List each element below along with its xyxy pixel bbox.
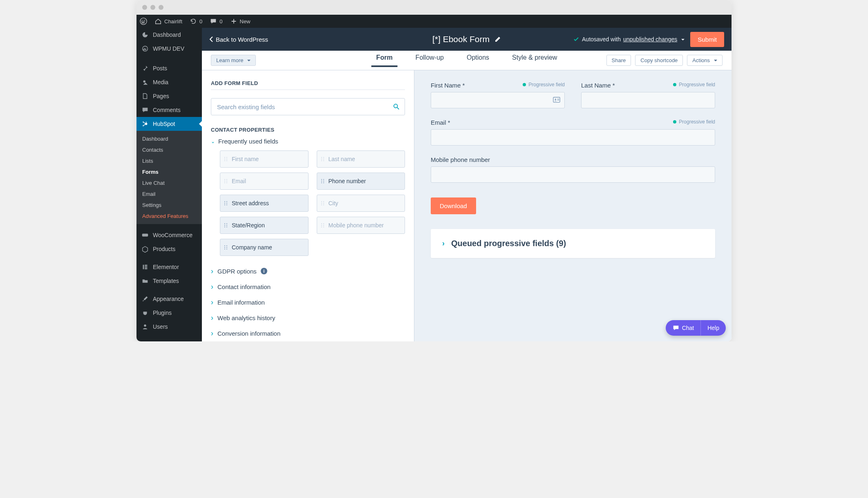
- autosaved-prefix: Autosaved with: [582, 36, 621, 43]
- drag-icon: [224, 223, 228, 227]
- tab-options[interactable]: Options: [467, 54, 489, 67]
- pencil-icon[interactable]: [494, 36, 501, 43]
- contact-props-title: CONTACT PROPERTIES: [211, 127, 405, 133]
- sidebar-item-woocommerce[interactable]: WooCommerce: [136, 228, 202, 242]
- field-label: Street address: [232, 200, 269, 206]
- sidebar-item-label: Media: [153, 79, 168, 85]
- sidebar-item-hubspot[interactable]: HubSpot: [136, 117, 202, 131]
- submenu-dashboard[interactable]: Dashboard: [136, 133, 202, 144]
- cat-contact-info[interactable]: Contact information: [211, 279, 405, 294]
- drag-icon: [224, 201, 228, 205]
- sidebar-item-label: Dashboard: [153, 31, 181, 38]
- mobile-input[interactable]: [431, 166, 715, 183]
- email-input[interactable]: [431, 129, 715, 146]
- copy-shortcode-button[interactable]: Copy shortcode: [635, 55, 683, 66]
- field-city[interactable]: City: [317, 195, 405, 212]
- actions-button[interactable]: Actions: [687, 55, 723, 66]
- sidebar-item-label: Comments: [153, 107, 181, 113]
- field-label: Phone number: [329, 178, 366, 184]
- hubspot-submenu: Dashboard Contacts Lists Forms Live Chat…: [136, 131, 202, 224]
- traffic-light-close[interactable]: [142, 5, 147, 10]
- sidebar-item-wpmu[interactable]: WPMU DEV: [136, 42, 202, 56]
- submenu-lists[interactable]: Lists: [136, 155, 202, 166]
- actions-label: Actions: [692, 57, 710, 63]
- traffic-light-max[interactable]: [159, 5, 163, 10]
- search-icon[interactable]: [393, 103, 400, 110]
- search-fields-input[interactable]: [211, 98, 405, 115]
- sidebar-item-pages[interactable]: Pages: [136, 89, 202, 103]
- tab-form[interactable]: Form: [376, 54, 393, 67]
- submenu-livechat[interactable]: Live Chat: [136, 177, 202, 188]
- sidebar-item-templates[interactable]: Templates: [136, 274, 202, 288]
- field-mobile[interactable]: Mobile phone number: [317, 217, 405, 234]
- new-item[interactable]: New: [230, 18, 251, 25]
- submit-button[interactable]: Submit: [690, 32, 724, 47]
- share-button[interactable]: Share: [606, 55, 631, 66]
- wordpress-icon: [140, 18, 147, 25]
- field-label: First name: [232, 156, 259, 162]
- chevron-down-icon: [246, 57, 251, 63]
- media-icon: [141, 79, 149, 86]
- field-last-name[interactable]: Last name: [317, 150, 405, 168]
- freq-used-toggle[interactable]: ⌄ Frequently used fields: [211, 138, 405, 145]
- learn-more-button[interactable]: Learn more: [211, 55, 256, 66]
- help-button[interactable]: Help: [700, 320, 726, 336]
- autosave-status[interactable]: Autosaved with unpublished changes: [573, 36, 685, 43]
- sidebar-item-posts[interactable]: Posts: [136, 61, 202, 75]
- comments-item[interactable]: 0: [210, 18, 222, 25]
- last-name-input[interactable]: [581, 92, 715, 108]
- user-icon: [141, 323, 149, 330]
- submenu-contacts[interactable]: Contacts: [136, 144, 202, 155]
- sidebar-item-comments[interactable]: Comments: [136, 103, 202, 117]
- cat-email-info[interactable]: Email information: [211, 294, 405, 310]
- sidebar-item-users[interactable]: Users: [136, 320, 202, 334]
- field-state[interactable]: State/Region: [220, 217, 309, 234]
- field-first-name[interactable]: First name: [220, 150, 309, 168]
- tab-style[interactable]: Style & preview: [512, 54, 557, 67]
- site-link[interactable]: Chairlift: [154, 18, 182, 25]
- first-name-input[interactable]: [431, 92, 565, 108]
- brush-icon: [141, 295, 149, 303]
- sidebar-item-media[interactable]: Media: [136, 75, 202, 89]
- cat-label: Email information: [217, 299, 265, 306]
- field-street[interactable]: Street address: [220, 195, 309, 212]
- queued-toggle[interactable]: Queued progressive fields (9): [442, 239, 704, 248]
- sidebar-item-plugins[interactable]: Plugins: [136, 306, 202, 320]
- svg-rect-13: [553, 97, 560, 103]
- wp-logo[interactable]: [140, 18, 147, 25]
- sidebar-item-dashboard[interactable]: Dashboard: [136, 28, 202, 42]
- browser-title-bar: [136, 0, 732, 15]
- field-label: State/Region: [232, 222, 265, 229]
- chevron-right-icon: [211, 298, 213, 306]
- sidebar-item-label: Elementor: [153, 264, 179, 270]
- drag-icon: [224, 157, 228, 161]
- email-label: Email *: [431, 119, 715, 126]
- sidebar-item-label: HubSpot: [153, 121, 175, 127]
- tab-followup[interactable]: Follow-up: [416, 54, 444, 67]
- sidebar-item-elementor[interactable]: Elementor: [136, 260, 202, 274]
- cat-gdpr[interactable]: GDPR options i: [211, 263, 405, 279]
- submenu-settings[interactable]: Settings: [136, 200, 202, 211]
- refresh-item[interactable]: 0: [190, 18, 202, 25]
- field-company[interactable]: Company name: [220, 239, 309, 256]
- download-button[interactable]: Download: [431, 197, 476, 214]
- field-phone[interactable]: Phone number: [317, 173, 405, 190]
- submenu-advanced[interactable]: Advanced Features: [136, 211, 202, 222]
- gauge-icon: [141, 31, 149, 38]
- cat-conversion[interactable]: Conversion information: [211, 325, 405, 341]
- svg-rect-8: [145, 265, 147, 266]
- svg-rect-7: [143, 265, 144, 269]
- submenu-forms[interactable]: Forms: [136, 166, 202, 177]
- field-email[interactable]: Email: [220, 173, 309, 190]
- sidebar-item-label: WPMU DEV: [153, 45, 184, 52]
- back-to-wp[interactable]: Back to WordPress: [209, 36, 268, 43]
- field-label: City: [329, 200, 338, 206]
- submenu-email[interactable]: Email: [136, 188, 202, 200]
- chevron-down-icon: [680, 36, 685, 43]
- cat-analytics[interactable]: Web analytics history: [211, 310, 405, 325]
- sidebar-item-appearance[interactable]: Appearance: [136, 292, 202, 306]
- site-name: Chairlift: [164, 18, 182, 25]
- sidebar-item-products[interactable]: Products: [136, 242, 202, 256]
- traffic-light-min[interactable]: [150, 5, 155, 10]
- chat-button[interactable]: Chat: [666, 320, 701, 336]
